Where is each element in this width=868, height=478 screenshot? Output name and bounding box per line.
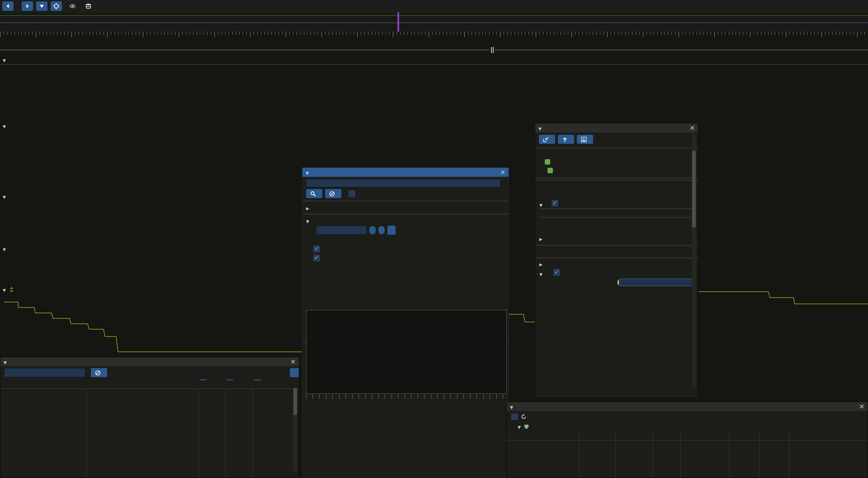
reset-button[interactable] <box>387 226 396 235</box>
zone-function-row <box>535 150 698 159</box>
database-icon <box>85 3 91 9</box>
frame-marker-line <box>495 50 868 50</box>
restrict-time-icon <box>521 414 527 420</box>
self-time-bar <box>617 279 694 286</box>
zone-thread-row <box>535 167 698 176</box>
cpu-usage-graph <box>0 66 868 80</box>
group-children-checkbox[interactable] <box>553 269 560 276</box>
zone-info-titlebar[interactable] <box>535 123 698 133</box>
frame-separator-icon <box>493 47 494 53</box>
time-ruler <box>0 32 868 45</box>
find-button[interactable] <box>306 189 322 198</box>
frame-marker-line <box>0 50 489 50</box>
frame-graph-current-marker <box>397 12 399 32</box>
restrict-time-checkbox[interactable] <box>511 413 518 420</box>
ignore-case-checkbox[interactable] <box>349 190 355 197</box>
thread2-header[interactable] <box>3 122 9 129</box>
minus-button[interactable] <box>369 226 376 234</box>
zone-info-panel <box>535 123 698 398</box>
avg-median-checkbox[interactable] <box>313 246 320 252</box>
zone-trace-header[interactable] <box>535 260 698 269</box>
slash-circle-icon <box>329 191 335 197</box>
find-zone-query-input[interactable] <box>306 179 500 187</box>
close-icon[interactable] <box>859 403 864 410</box>
guif-worker2-header[interactable] <box>3 193 9 200</box>
column-mtpc[interactable] <box>254 379 261 380</box>
filter-zones-input[interactable] <box>4 368 85 377</box>
close-icon[interactable] <box>500 169 505 176</box>
find-zone-titlebar[interactable] <box>302 168 509 177</box>
clear-button[interactable] <box>325 189 341 198</box>
view-span-indicator <box>70 3 78 9</box>
median-time-swatch <box>342 246 348 252</box>
ruler-major-ticks <box>0 32 868 37</box>
group-avg-median-checkbox[interactable] <box>313 255 320 261</box>
find-zone-panel <box>302 167 509 478</box>
next-frame-button[interactable] <box>22 1 33 11</box>
wait-regions-header[interactable] <box>535 199 698 208</box>
zoom-to-zone-button[interactable] <box>539 135 555 144</box>
collapse-icon <box>3 57 6 63</box>
min-values-input[interactable] <box>316 226 367 235</box>
statistics-scrollbar[interactable] <box>293 387 297 471</box>
child-zones-header[interactable] <box>535 269 698 278</box>
memory-titlebar[interactable] <box>507 402 868 411</box>
frame-separator-icon <box>491 47 492 53</box>
collapse-icon <box>3 193 6 200</box>
close-icon[interactable] <box>290 358 296 365</box>
chevron-right-icon <box>24 3 30 9</box>
collapse-icon <box>518 423 521 430</box>
memory-table-header <box>507 431 868 440</box>
collapse-icon <box>539 270 542 277</box>
statistics-column-headers <box>0 379 299 389</box>
no-messages-label <box>535 247 698 256</box>
expand-icon <box>539 235 542 242</box>
eye-icon <box>70 3 75 9</box>
histogram-axis-ticks <box>306 394 506 399</box>
collapse-icon <box>539 201 542 208</box>
plus-button[interactable] <box>378 226 385 234</box>
time-relative-checkbox[interactable] <box>552 200 558 207</box>
thread2-state-strip <box>0 132 868 133</box>
allocs-frees-row <box>535 226 698 235</box>
legend-row-1 <box>302 244 509 253</box>
histogram-plot[interactable] <box>306 310 507 394</box>
arrow-up-icon <box>562 137 568 142</box>
group-average-swatch <box>323 255 329 261</box>
bar-chart-icon <box>581 137 587 142</box>
frame-time-graph[interactable] <box>0 12 868 32</box>
search-icon <box>310 191 316 197</box>
zone-statistics-button[interactable] <box>577 135 593 144</box>
collapse-icon <box>510 403 513 410</box>
slash-circle-icon <box>95 370 101 376</box>
go-to-parent-button[interactable] <box>558 135 574 144</box>
allocations-list-header[interactable] <box>535 235 698 243</box>
self-time-row <box>535 278 698 287</box>
guif-worker0-header[interactable] <box>3 245 9 252</box>
collapse-icon <box>3 246 6 252</box>
close-icon[interactable] <box>689 124 695 132</box>
thread-color-marker[interactable] <box>547 168 553 173</box>
tracy-profiler-window <box>0 0 868 478</box>
histogram-section-header[interactable] <box>302 216 509 225</box>
matched-source-locations[interactable] <box>302 203 509 212</box>
prev-frame-button[interactable] <box>2 1 14 11</box>
column-total-time[interactable] <box>199 379 207 380</box>
running-state-regions-row <box>535 182 698 191</box>
frame-dropdown-button[interactable] <box>36 1 47 11</box>
heart-icon <box>524 424 529 430</box>
cpu-data-header[interactable] <box>3 56 9 63</box>
cpu-header-underline <box>0 64 868 65</box>
goto-frame-button[interactable] <box>51 1 62 11</box>
cpu-core-rows <box>0 81 868 121</box>
source-color-marker[interactable] <box>545 159 550 165</box>
zone-info-scrollbar[interactable] <box>692 134 696 388</box>
statistics-titlebar[interactable] <box>0 357 299 366</box>
cut-button[interactable] <box>290 368 299 377</box>
clear-filter-button[interactable] <box>91 368 107 377</box>
group-median-swatch <box>338 255 344 261</box>
column-counts[interactable] <box>226 379 233 380</box>
chevron-left-icon <box>5 3 11 9</box>
frame-markers-row[interactable] <box>0 45 868 55</box>
legend-row-2 <box>302 253 509 262</box>
